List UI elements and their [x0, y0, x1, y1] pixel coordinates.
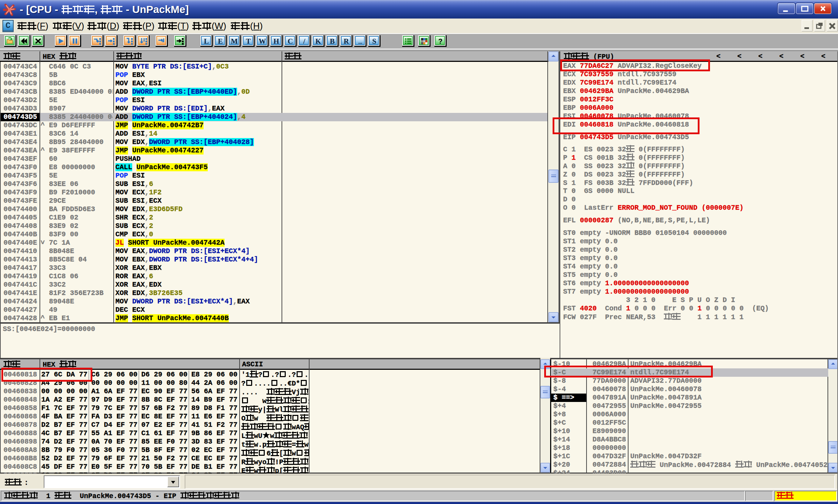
- svg-text:R: R: [343, 37, 349, 45]
- svg-text:E: E: [218, 37, 223, 45]
- svg-text:S: S: [372, 37, 376, 45]
- svg-text:K: K: [315, 37, 321, 45]
- svg-text:C: C: [287, 37, 293, 45]
- svg-text:M: M: [231, 37, 238, 45]
- svg-text:H: H: [274, 37, 279, 45]
- svg-text:L: L: [204, 37, 209, 45]
- svg-text:B: B: [330, 37, 335, 45]
- svg-text:/: /: [303, 37, 306, 45]
- svg-text:...: ...: [358, 39, 362, 45]
- svg-text:W: W: [259, 37, 266, 45]
- svg-text:?: ?: [438, 37, 442, 45]
- svg-text:T: T: [246, 37, 251, 45]
